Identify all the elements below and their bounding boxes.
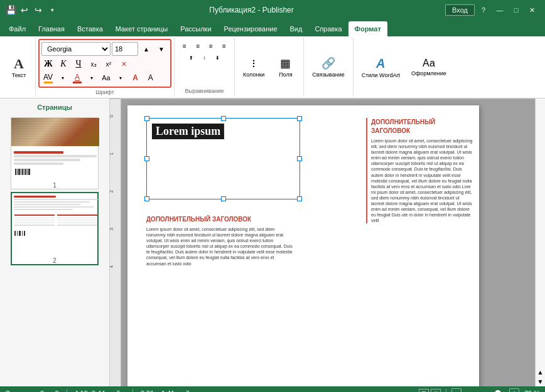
thumb-line-red-1 — [14, 151, 63, 154]
handle-br[interactable] — [297, 196, 302, 201]
align-middle-button[interactable]: ↕ — [198, 52, 211, 63]
maximize-button[interactable]: □ — [509, 3, 524, 18]
undo-icon[interactable]: ↩ — [19, 4, 30, 16]
text-button[interactable]: A Текст — [6, 48, 31, 86]
highlight-color-button[interactable]: AV — [41, 72, 55, 85]
barcode-container — [14, 167, 97, 176]
decrease-font-btn[interactable]: ▼ — [154, 42, 168, 56]
thumb-cols-2 — [12, 213, 100, 228]
tab-review[interactable]: Рецензирование — [218, 21, 284, 36]
tab-format[interactable]: Формат — [348, 21, 387, 36]
ruler-vertical: 0 1 2 3 4 — [110, 99, 121, 386]
subscript-button[interactable]: x₂ — [87, 57, 100, 71]
view-single-btn[interactable]: □ — [431, 389, 441, 392]
zoom-out-button[interactable]: − — [451, 388, 461, 392]
font-family-select[interactable]: Georgia Arial Times New Roman — [41, 42, 111, 56]
align-top-button[interactable]: ⬆ — [185, 52, 198, 63]
zoom-in-button[interactable]: + — [509, 388, 519, 392]
justify-button[interactable]: ≡ — [218, 40, 230, 51]
formatting-button[interactable]: Аа Оформление — [407, 49, 451, 85]
font-size-label-button[interactable]: Аа — [100, 73, 112, 83]
lorem-ipsum-text[interactable]: Lorem ipsum — [152, 124, 224, 139]
align-right-button[interactable]: ≡ — [205, 40, 217, 51]
page-thumbnail-1[interactable]: 1 — [11, 117, 99, 189]
increase-font-btn[interactable]: ▲ — [139, 42, 153, 56]
status-left: Страница: 2 из 2 4,19; 0,44 дюйм 3,31 х … — [5, 389, 195, 392]
formatting-icon: Аа — [423, 58, 435, 69]
link-label: Связывание — [312, 72, 344, 78]
view-normal-btn[interactable]: ⊞ — [419, 389, 429, 392]
title-bar: 💾 ↩ ↪ ▾ Публикация2 - Publisher Вход ? —… — [0, 0, 545, 20]
columns-button[interactable]: ⫶ Колонки — [239, 49, 269, 85]
wordart-button[interactable]: A Стили WordArt — [357, 49, 404, 85]
ruler-label-1: 1 — [171, 98, 174, 99]
link-button[interactable]: 🔗 Связывание — [308, 49, 348, 85]
help-button[interactable]: ? — [476, 3, 491, 18]
thumb-line-3 — [14, 162, 63, 165]
redo-icon[interactable]: ↪ — [33, 4, 44, 16]
font-extra-btn2[interactable]: A — [144, 71, 158, 85]
sub-heading-2: ДОПОЛНИТЕЛЬНЫЙ ЗАГОЛОВОК — [371, 118, 473, 135]
page-thumbnail-2[interactable]: 2 — [11, 192, 99, 265]
scroll-down-arrow[interactable]: ▼ — [536, 377, 545, 386]
tab-home[interactable]: Главная — [32, 21, 71, 36]
align-bottom-button[interactable]: ⬇ — [212, 52, 224, 63]
tab-file[interactable]: Файл — [3, 21, 32, 36]
handle-bc[interactable] — [221, 196, 226, 201]
tab-insert[interactable]: Вставка — [71, 21, 109, 36]
clear-format-button[interactable]: ✕ — [117, 57, 131, 71]
ruler-label-3: 3 — [247, 98, 249, 99]
link-group-content: 🔗 Связывание — [308, 39, 348, 95]
align-left-button[interactable]: ≡ — [178, 40, 191, 51]
font-extra-btn[interactable]: A — [129, 71, 143, 85]
handle-ml[interactable] — [144, 156, 149, 161]
superscript-button[interactable]: x² — [102, 57, 116, 71]
font-group-label: Шрифт — [95, 88, 114, 95]
handle-mr[interactable] — [297, 156, 302, 161]
text-icon: A — [14, 56, 24, 72]
status-sep-1 — [67, 389, 67, 392]
fields-button[interactable]: ▦ Поля — [271, 49, 299, 85]
login-button[interactable]: Вход — [445, 4, 475, 16]
formatting-label: Оформление — [411, 70, 446, 77]
handle-bl[interactable] — [144, 196, 149, 201]
tab-mailings[interactable]: Рассылки — [174, 21, 217, 36]
handle-tl[interactable] — [144, 116, 149, 121]
tab-help[interactable]: Справка — [308, 21, 348, 36]
main-area: Страницы — [0, 98, 545, 386]
bold-button[interactable]: Ж — [41, 57, 55, 71]
title-bar-controls: Вход ? — □ ✕ — [445, 3, 540, 18]
tab-page-layout[interactable]: Макет страницы — [109, 21, 174, 36]
canvas-area[interactable]: 0 1 2 3 4 5 6 7 8 9 10 0 1 2 3 4 — [110, 98, 535, 386]
font-color-dropdown[interactable]: ▾ — [56, 71, 70, 85]
italic-button[interactable]: К — [57, 57, 70, 71]
font-color-dropdown2[interactable]: ▾ — [85, 71, 99, 85]
text-box-selected[interactable]: Lorem ipsum — [146, 118, 300, 199]
view-buttons: ⊞ □ — [419, 389, 441, 392]
font-size-input[interactable] — [112, 42, 138, 56]
align-center-button[interactable]: ≡ — [192, 40, 204, 51]
quick-access-dropdown[interactable]: ▾ — [46, 4, 58, 16]
font-size-dropdown[interactable]: ▾ — [114, 71, 127, 85]
window-title: Публикация2 - Publisher — [209, 6, 293, 14]
scroll-up-arrow[interactable]: ▲ — [536, 368, 545, 377]
thumb-col-right — [57, 215, 97, 227]
pages-panel: Страницы — [0, 98, 110, 386]
thumb-line-1 — [14, 155, 97, 157]
ruler-label-4: 4 — [284, 98, 287, 99]
fields-icon: ▦ — [280, 56, 291, 70]
underline-button[interactable]: Ч — [72, 57, 85, 71]
tab-view[interactable]: Вид — [284, 21, 309, 36]
save-icon[interactable]: 💾 — [5, 4, 16, 16]
handle-tc[interactable] — [221, 116, 226, 121]
thumb-content-1 — [11, 118, 99, 181]
right-scrollbar[interactable]: ▲ ▼ — [535, 98, 545, 386]
thumb-content-2 — [12, 193, 100, 256]
columns-label: Колонки — [243, 72, 264, 78]
font-selector-row: Georgia Arial Times New Roman ▲ ▼ — [41, 42, 168, 56]
ruler-label-6: 6 — [360, 98, 362, 99]
handle-tr[interactable] — [297, 116, 302, 121]
font-color-button[interactable]: A — [71, 72, 84, 85]
minimize-button[interactable]: — — [492, 3, 507, 18]
close-button[interactable]: ✕ — [525, 3, 540, 18]
